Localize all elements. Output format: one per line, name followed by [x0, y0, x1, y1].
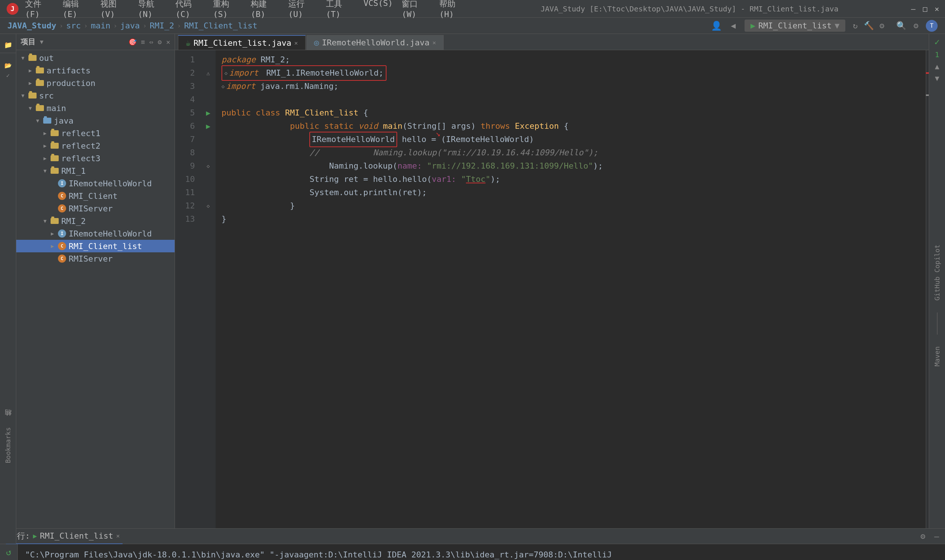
tree-item-reflect2[interactable]: ▶ reflect2: [16, 140, 174, 152]
search-icon-top[interactable]: 🔍: [896, 21, 906, 30]
sidebar-close-icon[interactable]: ✕: [166, 38, 170, 46]
console-line-1: "C:\Program Files\Java\jdk-18.0.1.1\bin\…: [25, 549, 937, 560]
menu-run[interactable]: 运行(U): [288, 0, 317, 19]
sidebar-equalize-icon[interactable]: ≡: [141, 38, 145, 46]
folder-icon-reflect3: [50, 154, 59, 163]
ln-12: 12: [178, 199, 195, 212]
gutter-2: ⚠: [201, 66, 216, 80]
sidebar-locate-icon[interactable]: 🎯: [128, 38, 137, 46]
menu-window[interactable]: 窗口(W): [402, 0, 430, 19]
tree-item-src[interactable]: ▼ src: [16, 89, 174, 102]
tree-item-reflect3[interactable]: ▶ reflect3: [16, 152, 174, 165]
build-icon[interactable]: 🔨: [864, 21, 874, 30]
minimize-button[interactable]: —: [911, 5, 916, 13]
tree-label-rmiclientlist: RMI_Client_list: [69, 242, 142, 251]
maven-label[interactable]: Maven: [933, 343, 941, 369]
up-arrow-icon[interactable]: ▲: [935, 62, 939, 71]
folder-icon-reflect2: [50, 141, 59, 150]
folder-icon-rmi1: [50, 166, 59, 175]
tree-arrow-reflect1: ▶: [42, 129, 49, 137]
breadcrumb-item-src[interactable]: src: [66, 21, 81, 30]
menu-edit[interactable]: 编辑(E): [63, 0, 91, 19]
sidebar-dropdown-arrow[interactable]: ▼: [40, 38, 43, 45]
editor-content: 1 2 3 4 5 6 7 8 9 10 11 12 13 ⚠: [175, 50, 929, 528]
tree-item-java[interactable]: ▼ java: [16, 114, 174, 127]
refresh-icon[interactable]: ↻: [853, 21, 857, 30]
breadcrumb-item-current[interactable]: RMI_Client_list: [184, 21, 257, 30]
tree-item-production[interactable]: ▶ production: [16, 77, 174, 89]
breadcrumb-item-main[interactable]: main: [91, 21, 110, 30]
tree-item-iremote2[interactable]: ▶ I IRemoteHelloWorld: [16, 227, 174, 240]
code-line-4: [222, 93, 920, 106]
menu-vcs[interactable]: VCS(S): [364, 0, 393, 19]
tree-label-main: main: [46, 104, 66, 113]
java-icon-3: C: [58, 242, 66, 251]
project-icon: 📁: [4, 41, 12, 49]
tree-item-rmiclient[interactable]: C RMI_Client: [16, 189, 174, 202]
settings-icon-top[interactable]: ⚙: [914, 21, 919, 30]
menu-help[interactable]: 帮助(H): [439, 0, 468, 19]
run-icon-5[interactable]: ▶: [206, 108, 210, 117]
back-icon[interactable]: ◀: [731, 21, 736, 30]
maximize-button[interactable]: □: [923, 5, 927, 13]
menu-view[interactable]: 视图(V): [100, 0, 129, 19]
breadcrumb-item-project[interactable]: JAVA_Study: [8, 21, 56, 30]
menu-build[interactable]: 构建(B): [251, 0, 279, 19]
tree-item-main[interactable]: ▼ main: [16, 102, 174, 114]
profile-icon[interactable]: 👤: [711, 21, 722, 31]
kw-static: static: [324, 120, 353, 132]
sidebar-expand-icon[interactable]: ⇔: [149, 38, 153, 46]
rerun-icon[interactable]: ↺: [6, 547, 11, 557]
breadcrumb-item-rmi2[interactable]: RMI_2: [150, 21, 174, 30]
bottom-settings-icon[interactable]: ⚙: [920, 532, 925, 541]
breadcrumb-sep-1: ›: [59, 22, 63, 29]
tree-label-reflect1: reflect1: [61, 129, 100, 138]
tab-commit[interactable]: ✓: [6, 72, 10, 79]
run-config-arrow[interactable]: ▼: [835, 21, 839, 30]
ln-6: 6: [178, 120, 195, 133]
tree-item-rmiserver2[interactable]: C RMIServer: [16, 252, 174, 265]
github-copilot-label[interactable]: GitHub Copilot: [933, 242, 941, 304]
menu-code[interactable]: 代码(C): [175, 0, 204, 19]
code-editor[interactable]: package RMI_2; ◇ import RMI_1.IRemoteHel…: [216, 50, 926, 528]
gutter-5[interactable]: ▶: [201, 106, 216, 120]
folder-icon-out: [28, 54, 37, 62]
tree-item-rmi2[interactable]: ▼ RMI_2: [16, 215, 174, 227]
tree-arrow-rmiclient: [49, 192, 56, 200]
console-text-1: "C:\Program Files\Java\jdk-18.0.1.1\bin\…: [25, 550, 612, 559]
tab-project-files[interactable]: 📂: [5, 62, 12, 69]
run-icon-6[interactable]: ▶: [206, 122, 210, 131]
tree-item-out[interactable]: ▼ out: [16, 52, 174, 64]
tree-item-reflect1[interactable]: ▶ reflect1: [16, 127, 174, 140]
str-ttoc: "Ttoc": [461, 173, 490, 186]
ln-9: 9: [178, 159, 195, 173]
tab-close-1[interactable]: ✕: [294, 40, 298, 46]
profile-circle[interactable]: T: [926, 20, 937, 32]
breadcrumb-item-java[interactable]: java: [120, 21, 140, 30]
tree-item-rmi1[interactable]: ▼ RMI_1: [16, 165, 174, 177]
down-arrow-icon[interactable]: ▼: [935, 74, 939, 83]
run-config-label[interactable]: RMI_Client_list: [758, 21, 832, 30]
bottom-tab-run[interactable]: 运行: ▶ RMI_Client_list ✕: [6, 529, 123, 544]
bookmarks-tab[interactable]: Bookmarks: [4, 427, 12, 463]
tree-item-rmiserver1[interactable]: C RMIServer: [16, 202, 174, 215]
menu-file[interactable]: 文件(F): [25, 0, 54, 19]
bottom-close-icon[interactable]: —: [934, 532, 939, 541]
tree-item-artifacts[interactable]: ▶ artifacts: [16, 64, 174, 77]
close-button[interactable]: ✕: [935, 5, 939, 13]
gutter-6[interactable]: ▶: [201, 120, 216, 133]
sidebar-settings-icon[interactable]: ⚙: [157, 38, 162, 46]
tree-item-rmiclientlist[interactable]: ▶ C RMI_Client_list: [16, 240, 174, 252]
ln-8: 8: [178, 146, 195, 159]
tab-close-run[interactable]: ✕: [116, 532, 120, 539]
tab-rmi-client-list[interactable]: ☕ RMI_Client_list.java ✕: [178, 35, 306, 50]
tree-item-iremote1[interactable]: I IRemoteHelloWorld: [16, 177, 174, 189]
menu-refactor[interactable]: 重构(S): [213, 0, 242, 19]
menu-tools[interactable]: 工具(T): [326, 0, 355, 19]
tab-iremote[interactable]: ◎ IRemoteHelloWorld.java ✕: [307, 35, 444, 50]
menu-navigate[interactable]: 导航(N): [138, 0, 167, 19]
warn-icon-9: ◇: [207, 163, 210, 169]
code-line-1: package RMI_2;: [222, 53, 920, 66]
tab-close-2[interactable]: ✕: [432, 39, 436, 46]
settings-icon-2[interactable]: ⚙: [880, 21, 885, 30]
